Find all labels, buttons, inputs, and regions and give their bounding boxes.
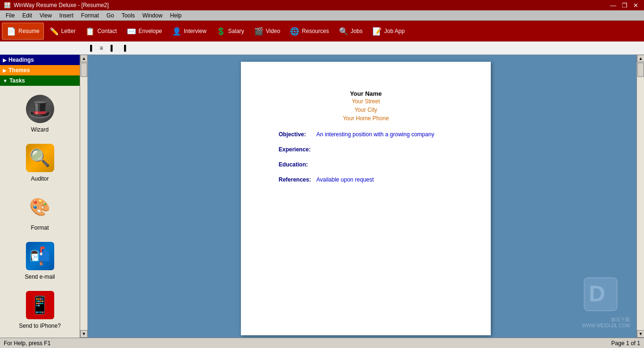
sidebar-item-email[interactable]: 📬 Send e-mail [7,238,73,282]
format-icon: 🎨 [26,193,54,221]
content-scroll-thumb[interactable] [637,63,644,77]
main-layout: ▶ Headings ▶ Themes ▼ Tasks 🎩 Wizard 🔍 [0,55,644,338]
menu-window[interactable]: Window [139,11,166,20]
jobapp-icon: 📝 [372,26,382,36]
jobs-icon: 🔍 [339,26,349,36]
email-icon-container: 📬 [24,240,57,273]
menu-view[interactable]: View [36,11,56,20]
doc-references-section: References: Available upon request [279,176,453,183]
letter-icon: ✏️ [49,26,59,36]
menu-format[interactable]: Format [77,11,103,20]
sidebar-content: 🎩 Wizard 🔍 Auditor 🎨 Format [0,86,80,338]
doc-experience-label: Experience: [279,146,316,153]
email-icon: 📬 [26,242,54,270]
iphone-icon-container: 📱 [24,289,57,322]
doc-street: Your Street [279,97,453,106]
format-icon-container: 🎨 [24,191,57,224]
menu-help[interactable]: Help [166,11,186,20]
document-container: Your Name Your Street Your City Your Hom… [241,62,491,335]
main-toolbar: 📄 Resume ✏️ Letter 📋 Contact ✉️ Envelope… [0,21,644,41]
resources-icon: 🌐 [289,26,300,36]
watermark-url-text: 微当下载WWW.WEIDI-DL.COM [582,316,630,328]
scroll-down-btn[interactable]: ▼ [80,330,88,338]
svg-text:D: D [589,281,605,306]
status-hint: For Help, press F1 [4,340,50,347]
toolbar-envelope[interactable]: ✉️ Envelope [122,23,166,40]
menu-bar: File Edit View Insert Format Go Tools Wi… [0,10,644,21]
video-icon: 🎬 [254,26,264,36]
format-toolbar: ▐ ≡ ▌ ▐ [0,41,644,55]
sidebar-tasks[interactable]: ▼ Tasks [0,75,80,86]
sidebar-item-auditor[interactable]: 🔍 Auditor [7,140,73,184]
envelope-icon: ✉️ [126,26,137,36]
wizard-icon: 🎩 [26,95,54,123]
interview-icon: 👤 [172,26,182,36]
page-info: Page 1 of 1 [611,340,640,347]
minimize-button[interactable]: — [608,2,618,9]
toolbar-interview[interactable]: 👤 Interview [167,23,211,40]
restore-button[interactable]: ❐ [620,2,629,9]
content-scrollbar[interactable]: ▲ ▼ [636,55,644,338]
salary-icon: 💲 [216,26,226,36]
scroll-thumb[interactable] [81,63,87,77]
content-scroll-up-btn[interactable]: ▲ [637,55,644,62]
email-label: Send e-mail [25,273,55,280]
menu-insert[interactable]: Insert [56,11,77,20]
doc-objective-value: An interesting position with a growing c… [316,131,434,138]
align-right-button[interactable]: ▌ [107,43,118,53]
toolbar-interview-label: Interview [184,28,206,34]
sidebar-themes[interactable]: ▶ Themes [0,65,80,75]
tasks-label: Tasks [9,77,25,84]
document-page: Your Name Your Street Your City Your Hom… [241,62,491,335]
content-scroll-down-btn[interactable]: ▼ [637,330,644,338]
sidebar-scrollbar[interactable]: ▲ ▼ [80,55,88,338]
toolbar-salary[interactable]: 💲 Salary [212,23,248,40]
doc-references-value: Available upon request [316,176,374,183]
toolbar-envelope-label: Envelope [139,28,162,34]
sidebar-headings[interactable]: ▶ Headings [0,55,80,65]
toolbar-resume[interactable]: 📄 Resume [2,23,44,40]
watermark: D 微当下载WWW.WEIDI-DL.COM [582,275,630,328]
doc-objective-label: Objective: [279,131,316,138]
doc-objective-section: Objective: An interesting position with … [279,131,453,138]
app-icon: 🪟 [4,2,11,8]
toolbar-jobapp-label: Job App [384,28,405,34]
scroll-track [80,62,87,330]
resume-icon: 📄 [6,26,17,36]
toolbar-video-label: Video [266,28,280,34]
toolbar-jobapp[interactable]: 📝 Job App [368,23,409,40]
sidebar-item-wizard[interactable]: 🎩 Wizard [7,91,73,135]
tasks-arrow-icon: ▼ [3,78,8,83]
wizard-icon-container: 🎩 [24,92,57,125]
scroll-up-btn[interactable]: ▲ [80,55,88,62]
sidebar-item-format[interactable]: 🎨 Format [7,189,73,233]
sidebar: ▶ Headings ▶ Themes ▼ Tasks 🎩 Wizard 🔍 [0,55,80,338]
toolbar-jobs[interactable]: 🔍 Jobs [334,23,367,40]
themes-arrow-icon: ▶ [3,68,7,73]
title-bar: 🪟 WinWay Resume Deluxe - [Resume2] — ❐ ✕ [0,0,644,10]
menu-edit[interactable]: Edit [18,11,36,20]
doc-city: Your City [279,106,453,114]
contact-icon: 📋 [85,26,95,36]
align-center-button[interactable]: ≡ [97,43,107,53]
menu-file[interactable]: File [2,11,18,20]
toolbar-salary-label: Salary [228,28,244,34]
status-bar: For Help, press F1 Page 1 of 1 [0,338,644,348]
toolbar-contact-label: Contact [97,28,116,34]
auditor-icon: 🔍 [26,144,54,172]
close-button[interactable]: ✕ [631,2,640,9]
headings-arrow-icon: ▶ [3,58,7,63]
menu-go[interactable]: Go [103,11,118,20]
toolbar-resources[interactable]: 🌐 Resources [285,23,333,40]
menu-tools[interactable]: Tools [118,11,139,20]
sidebar-item-iphone[interactable]: 📱 Send to iPhone? [7,287,73,331]
align-justify-button[interactable]: ▐ [119,43,130,53]
headings-label: Headings [8,57,34,63]
align-left-button[interactable]: ▐ [85,43,96,53]
doc-name: Your Name [279,90,453,97]
toolbar-contact[interactable]: 📋 Contact [81,23,121,40]
toolbar-video[interactable]: 🎬 Video [249,23,284,40]
themes-label: Themes [8,67,30,74]
doc-references-label: References: [279,176,316,183]
toolbar-letter[interactable]: ✏️ Letter [45,23,80,40]
